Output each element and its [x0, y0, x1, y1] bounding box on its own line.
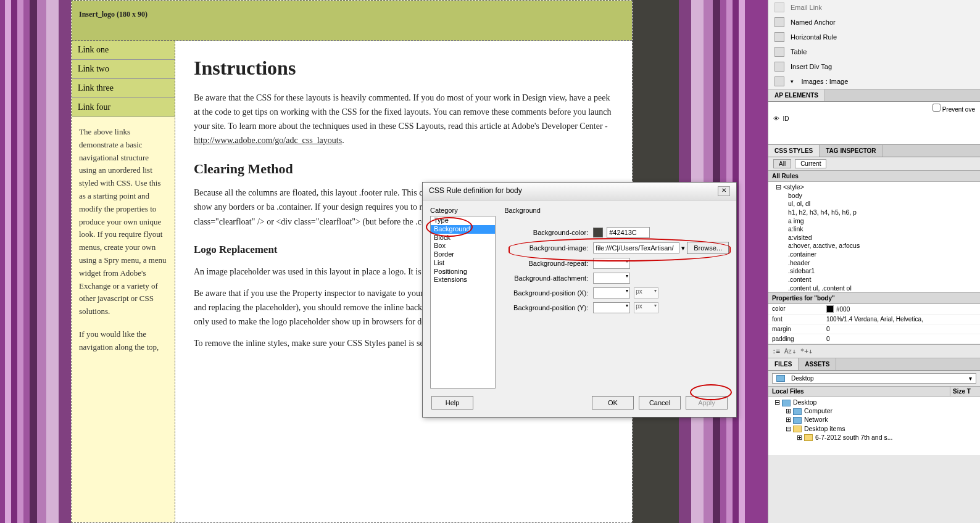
browse-button[interactable]: Browse...: [687, 242, 729, 254]
prop-color[interactable]: color#000: [768, 304, 980, 315]
category-list[interactable]: Type Background Block Box Border List Po…: [430, 216, 496, 389]
sidebar-para-1: The above links demonstrate a basic navi…: [79, 126, 167, 318]
rule-ahover[interactable]: a:hover, a:active, a:focus: [771, 242, 978, 250]
bgposy-dropdown[interactable]: [593, 302, 630, 313]
cat-box[interactable]: Box: [431, 242, 495, 250]
dialog-title-text: CSS Rule definition for body: [429, 186, 522, 196]
sidebar-text: The above links demonstrate a basic navi…: [72, 117, 175, 363]
assets-tab[interactable]: ASSETS: [799, 358, 836, 370]
dialog-close-button[interactable]: ✕: [718, 186, 730, 196]
hr-icon: [774, 32, 784, 42]
bgcolor-swatch[interactable]: [593, 228, 603, 237]
bgattach-dropdown[interactable]: [593, 273, 630, 284]
bgattach-label: Background-attachment:: [504, 274, 593, 282]
rule-style[interactable]: ⊟ <style>: [771, 183, 978, 192]
nav-link-four[interactable]: Link four: [72, 98, 175, 117]
insert-email-link[interactable]: Email Link: [768, 0, 980, 15]
h1-instructions: Instructions: [194, 57, 613, 80]
css-subtab-all[interactable]: All: [773, 159, 791, 168]
cat-list-cat[interactable]: List: [431, 259, 495, 268]
rule-alink[interactable]: a:link: [771, 225, 978, 234]
file-folder-672012[interactable]: ⊞ 6-7-2012 south 7th and s...: [771, 433, 978, 442]
props-table: color#000 font100%/1.4 Verdana, Arial, H…: [768, 304, 980, 345]
cat-positioning[interactable]: Positioning: [431, 268, 495, 276]
nav-link-two[interactable]: Link two: [72, 60, 175, 79]
div-icon: [774, 62, 784, 72]
css-rules-tree[interactable]: ⊟ <style> body ul, ol, dl h1, h2, h3, h4…: [768, 182, 980, 293]
file-desktop[interactable]: ⊟ Desktop: [771, 398, 978, 406]
dialog-titlebar[interactable]: CSS Rule definition for body ✕: [423, 183, 736, 200]
css-subtab-row: All Current: [768, 157, 980, 171]
cat-background[interactable]: Background: [431, 225, 495, 234]
css-tabrow: CSS STYLES TAG INSPECTOR: [768, 145, 980, 157]
bgcolor-label: Background-color:: [504, 229, 593, 236]
files-tabrow: FILES ASSETS: [768, 358, 980, 371]
prop-font[interactable]: font100%/1.4 Verdana, Arial, Helvetica,: [768, 315, 980, 324]
prop-margin[interactable]: margin0: [768, 324, 980, 334]
cat-border[interactable]: Border: [431, 250, 495, 259]
file-computer[interactable]: ⊞ Computer: [771, 406, 978, 415]
cancel-button[interactable]: Cancel: [639, 396, 681, 410]
image-icon: [774, 76, 784, 86]
rule-ulol[interactable]: ul, ol, dl: [771, 200, 978, 208]
props-footer-icons[interactable]: :≡ Aᴢ↓ *+↓: [768, 345, 980, 358]
tag-inspector-tab[interactable]: TAG INSPECTOR: [820, 145, 882, 157]
css-styles-tab[interactable]: CSS STYLES: [768, 145, 820, 157]
all-rules-header: All Rules: [768, 171, 980, 182]
insert-div-tag[interactable]: Insert Div Tag: [768, 59, 980, 74]
rule-headings[interactable]: h1, h2, h3, h4, h5, h6, p: [771, 208, 978, 217]
bgimage-label: Background-image:: [504, 244, 593, 252]
rule-sidebar1[interactable]: .sidebar1: [771, 267, 978, 276]
insert-horizontal-rule[interactable]: Horizontal Rule: [768, 30, 980, 44]
link-adobe-layouts[interactable]: http://www.adobe.com/go/adc_css_layouts: [194, 136, 342, 145]
css-subtab-current[interactable]: Current: [795, 159, 826, 168]
ap-elements-body: Prevent ove 👁 ID: [768, 102, 980, 145]
files-tree[interactable]: ⊟ Desktop ⊞ Computer ⊞ Network ⊟ Desktop…: [768, 397, 980, 455]
insert-images[interactable]: ▾ Images : Image: [768, 74, 980, 89]
ok-button[interactable]: OK: [592, 396, 634, 410]
logo-placeholder[interactable]: Insert_logo (180 x 90): [79, 10, 147, 19]
cat-type[interactable]: Type: [431, 216, 495, 225]
help-button[interactable]: Help: [431, 396, 473, 410]
rule-body[interactable]: body: [771, 192, 978, 200]
nav-link-one[interactable]: Link one: [72, 41, 175, 60]
desktop-icon: [776, 375, 785, 382]
page-header: Insert_logo (180 x 90): [72, 1, 632, 41]
bgcolor-input[interactable]: [607, 227, 650, 238]
apply-button[interactable]: Apply: [686, 396, 728, 410]
file-desktop-items[interactable]: ⊟ Desktop items: [771, 424, 978, 433]
insert-panel: Email Link Named Anchor Horizontal Rule …: [768, 0, 980, 89]
rule-header[interactable]: .header: [771, 259, 978, 268]
category-label: Category: [430, 207, 496, 214]
file-network[interactable]: ⊞ Network: [771, 415, 978, 424]
nav-link-three[interactable]: Link three: [72, 79, 175, 98]
cat-block[interactable]: Block: [431, 234, 495, 242]
bgimage-input[interactable]: [593, 242, 679, 253]
rule-content[interactable]: .content: [771, 276, 978, 284]
ap-elements-tabrow: AP ELEMENTS: [768, 89, 980, 102]
panels-column: Email Link Named Anchor Horizontal Rule …: [768, 0, 980, 523]
ap-elements-tab[interactable]: AP ELEMENTS: [768, 89, 825, 101]
bgposx-unit[interactable]: px: [634, 287, 658, 299]
insert-table[interactable]: Table: [768, 44, 980, 59]
rule-avisited[interactable]: a:visited: [771, 234, 978, 242]
files-columns: Local Files Size T: [768, 386, 980, 397]
bgposx-dropdown[interactable]: [593, 287, 630, 299]
css-rule-definition-dialog: CSS Rule definition for body ✕ Category …: [422, 182, 737, 418]
rule-contentul[interactable]: .content ul, .content ol: [771, 284, 978, 293]
insert-named-anchor[interactable]: Named Anchor: [768, 15, 980, 30]
form-section-label: Background: [504, 207, 729, 214]
prevent-overlap-checkbox[interactable]: Prevent ove: [932, 104, 975, 113]
bgposx-label: Background-position (X):: [504, 289, 593, 297]
ap-id-header: 👁 ID: [773, 115, 789, 122]
col-size[interactable]: Size T: [950, 387, 980, 396]
rule-container[interactable]: .container: [771, 250, 978, 259]
rule-aimg[interactable]: a img: [771, 217, 978, 226]
bgposy-unit[interactable]: px: [634, 302, 658, 313]
col-local-files[interactable]: Local Files: [768, 387, 950, 396]
cat-extensions[interactable]: Extensions: [431, 276, 495, 284]
files-tab[interactable]: FILES: [768, 358, 799, 370]
bgrepeat-dropdown[interactable]: [593, 258, 630, 269]
files-site-dropdown[interactable]: Desktop▾: [772, 373, 976, 384]
prop-padding[interactable]: padding0: [768, 334, 980, 344]
